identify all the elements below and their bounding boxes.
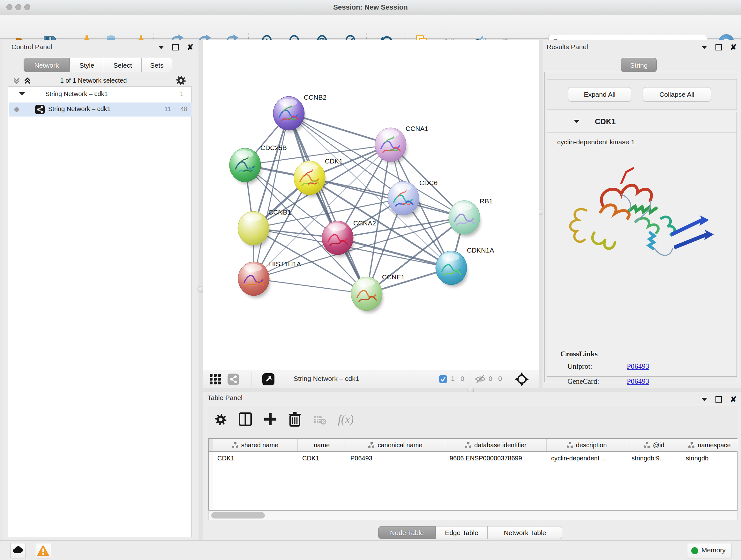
warning-icon: [36, 543, 50, 557]
network-collection-row[interactable]: String Network – cdk1 1: [8, 89, 191, 101]
tab-network-table[interactable]: Network Table: [488, 526, 562, 539]
node-label-CCNA2: CCNA2: [353, 219, 376, 227]
control-panel-close-icon[interactable]: ✘: [187, 44, 193, 51]
table-panel-collapse-icon[interactable]: [701, 398, 707, 401]
string-share-icon[interactable]: [227, 373, 240, 385]
network-node-CDC6[interactable]: CDC6: [388, 179, 437, 217]
table-panel-float-icon[interactable]: [716, 396, 722, 402]
edge-HIST1H1A-CCNE1[interactable]: [254, 279, 367, 294]
table-cell[interactable]: stringdb: [681, 451, 738, 465]
fit-selected-target-icon[interactable]: [515, 372, 529, 386]
section-collapse-icon[interactable]: [574, 120, 580, 123]
network-row-selected[interactable]: String Network – cdk1 11 48: [9, 103, 192, 117]
create-column-icon[interactable]: [262, 411, 279, 428]
selected-checkbox-icon[interactable]: [439, 375, 448, 383]
crosslink-link[interactable]: P06493: [627, 362, 649, 371]
network-view-canvas[interactable]: CCNB2CCNA1CDC25BCDK1CDC6RB1CCNB1CCNA2CDK…: [203, 40, 539, 370]
network-edge-count: 48: [180, 105, 187, 113]
svg-text:f(x): f(x): [338, 413, 353, 426]
column-header-canonical-name[interactable]: canonical name: [346, 439, 445, 451]
table-cell[interactable]: 9606.ENSP00000378699: [445, 451, 547, 465]
column-header-shared-name[interactable]: shared name: [213, 439, 298, 451]
grid-view-icon[interactable]: [209, 373, 222, 385]
network-node-CDKN1A[interactable]: CDKN1A: [435, 246, 494, 287]
crosslink-row: Uniprot:P06493: [567, 362, 733, 371]
warning-status-button[interactable]: [36, 543, 51, 558]
scrollbar-thumb[interactable]: [211, 512, 265, 518]
table-cell[interactable]: CDK1: [298, 451, 346, 465]
table-cell[interactable]: stringdb:9...: [627, 451, 681, 465]
network-options-gear-icon[interactable]: [176, 75, 186, 86]
network-node-CCNE1[interactable]: CCNE1: [351, 273, 405, 313]
show-columns-icon[interactable]: [238, 411, 255, 428]
node-label-RB1: RB1: [480, 197, 493, 205]
table-panel-close-icon[interactable]: ✘: [730, 396, 737, 402]
cloud-icon: [11, 543, 25, 557]
tab-edge-table[interactable]: Edge Table: [435, 526, 488, 539]
results-panel-float-icon[interactable]: [716, 44, 722, 51]
control-panel-float-icon[interactable]: [172, 44, 179, 51]
node-label-CCNA1: CCNA1: [406, 125, 428, 132]
column-header-description[interactable]: description: [547, 439, 627, 451]
results-panel-title: Results Panel: [547, 43, 588, 51]
function-builder-icon: f(x): [336, 411, 353, 428]
tab-node-table[interactable]: Node Table: [378, 526, 435, 539]
collapse-all-networks-icon[interactable]: [11, 76, 22, 86]
memory-status-button[interactable]: Memory: [687, 543, 731, 558]
table-container: f(x) shared nameCDK1nameCDK1 canonical n…: [207, 405, 739, 521]
node-result-header[interactable]: CDK1: [547, 112, 737, 132]
column-header--id[interactable]: @id: [627, 439, 681, 451]
table-horizontal-scrollbar[interactable]: [208, 510, 738, 520]
expand-all-button[interactable]: Expand All: [568, 87, 631, 102]
tab-style[interactable]: Style: [70, 58, 104, 72]
results-buttons-box: Expand All Collapse All: [547, 79, 737, 110]
edge-CDK1-RB1[interactable]: [310, 178, 464, 217]
column-header-name[interactable]: name: [298, 439, 346, 451]
edge-CCNB2-HIST1H1A[interactable]: [254, 113, 289, 279]
control-panel-collapse-icon[interactable]: [158, 46, 164, 49]
network-node-count: 11: [164, 105, 171, 113]
network-row-label: String Network – cdk1: [48, 105, 111, 113]
node-label-CCNE1: CCNE1: [382, 273, 405, 281]
tab-string[interactable]: String: [621, 58, 657, 72]
table-cell[interactable]: P06493: [346, 451, 445, 465]
node-table: shared nameCDK1nameCDK1 canonical nameP0…: [208, 438, 738, 510]
birdseye-view-icon[interactable]: [262, 373, 275, 386]
table-cell[interactable]: cyclin-dependent ...: [547, 451, 627, 465]
result-node-description: cyclin-dependent kinase 1: [557, 138, 635, 146]
results-content: Expand All Collapse All CDK1 cyclin-depe…: [544, 72, 739, 382]
network-node-CCNB1[interactable]: CCNB1: [238, 208, 291, 247]
node-label-CDK1: CDK1: [325, 158, 343, 165]
tab-sets[interactable]: Sets: [141, 58, 172, 72]
crosslink-link[interactable]: P06493: [627, 377, 649, 386]
network-node-RB1[interactable]: RB1: [449, 197, 493, 237]
collapse-all-button[interactable]: Collapse All: [643, 87, 711, 102]
results-panel-collapse-icon[interactable]: [701, 46, 707, 49]
result-node-title: CDK1: [595, 117, 616, 126]
tab-select[interactable]: Select: [104, 58, 141, 72]
window-titlebar: Session: New Session: [0, 0, 741, 15]
column-header-database-identifier[interactable]: database identifier: [445, 439, 547, 451]
protein-structure-image: [556, 153, 728, 274]
cloud-status-button[interactable]: [10, 543, 26, 558]
network-node-CCNB2[interactable]: CCNB2: [273, 94, 327, 132]
network-node-CCNA1[interactable]: CCNA1: [375, 125, 428, 164]
column-header-namespace[interactable]: namespace: [681, 439, 738, 451]
node-label-CDC6: CDC6: [419, 179, 437, 186]
node-label-CDKN1A: CDKN1A: [467, 246, 494, 254]
delete-column-icon[interactable]: [286, 411, 304, 428]
results-panel-close-icon[interactable]: ✘: [730, 44, 737, 51]
collection-expand-icon[interactable]: [19, 92, 25, 96]
control-panel: Control Panel ✘ Network Style Select Set…: [3, 40, 199, 540]
results-panel: Results Panel ✘ String Expand All Collap…: [542, 40, 741, 388]
table-cell[interactable]: CDK1: [213, 451, 298, 465]
expand-all-networks-icon[interactable]: [22, 76, 32, 86]
window-title: Session: New Session: [0, 0, 741, 15]
network-node-HIST1H1A[interactable]: HIST1H1A: [238, 260, 301, 298]
tab-network[interactable]: Network: [23, 58, 70, 72]
control-panel-title: Control Panel: [11, 43, 52, 51]
column-gear-icon[interactable]: [213, 411, 230, 428]
network-view-footer: String Network – cdk1 1 - 0 0 - 0: [203, 370, 539, 388]
delete-table-icon: [311, 411, 328, 428]
network-node-CDK1[interactable]: CDK1: [294, 158, 343, 197]
